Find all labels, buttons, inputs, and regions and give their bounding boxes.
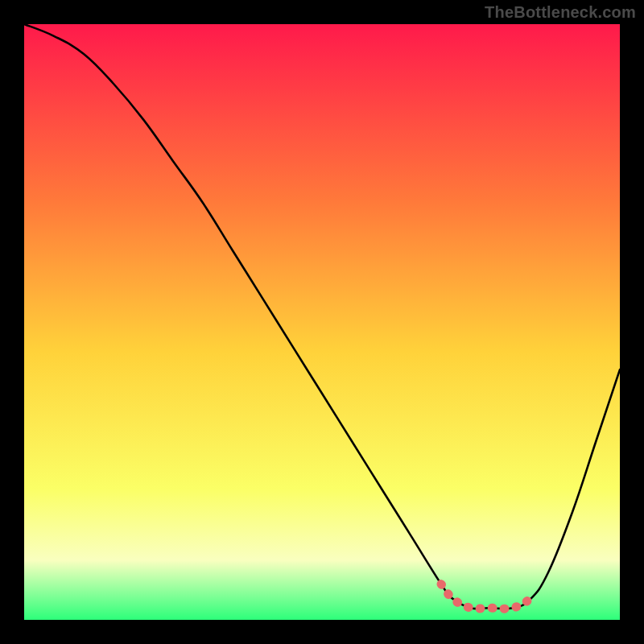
- watermark-text: TheBottleneck.com: [485, 3, 636, 22]
- plot-background: [24, 24, 620, 620]
- chart-container: TheBottleneck.com: [0, 0, 644, 644]
- bottleneck-chart: [0, 0, 644, 644]
